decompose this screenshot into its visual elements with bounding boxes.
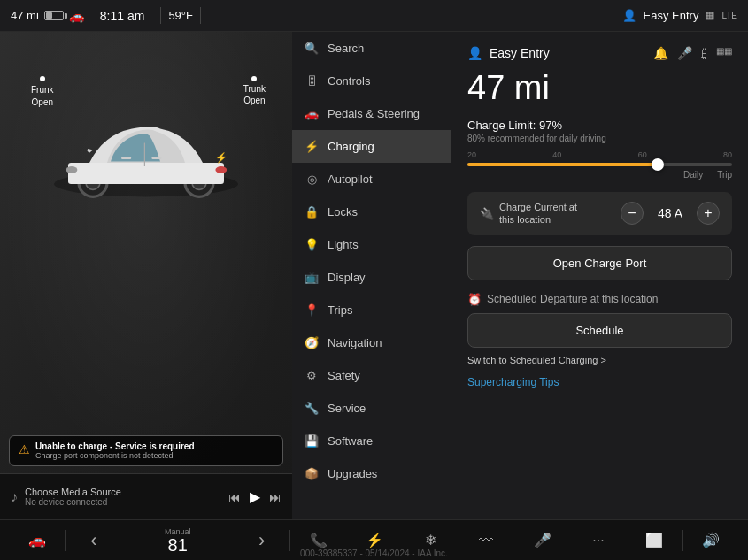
search-icon: 🔍 [305,42,319,55]
menu-label-locks: Locks [328,205,358,219]
menu-item-safety[interactable]: ⚙ Safety [292,359,451,392]
taskbar-gear-display: Manual 81 [121,527,233,554]
slider-thumb[interactable] [652,158,664,171]
slider-label-daily: Daily [683,170,703,180]
voice-icon: 🎤 [534,532,551,548]
supercharging-tips-link[interactable]: Supercharging Tips [467,376,732,388]
status-right: 👤 Easy Entry ▦ LTE [622,9,737,22]
menu-item-search[interactable]: 🔍 Search [292,32,451,65]
bluetooth-icon: ⚡ [366,532,383,548]
slider-fill [467,163,658,166]
charge-current-row: 🔌 Charge Current at this location − 48 A… [467,192,732,235]
taskbar-wiper-button[interactable]: 〰 [459,520,514,560]
more-icon: ··· [592,533,604,548]
switch-charging-link[interactable]: Switch to Scheduled Charging > [467,355,732,365]
warning-banner: ⚠ Unable to charge - Service is required… [9,435,283,466]
media-source: Choose Media Source [25,487,221,497]
play-button[interactable]: ▶ [250,488,260,505]
menu-item-charging[interactable]: ⚡ Charging [292,130,451,163]
menu-item-locks[interactable]: 🔒 Locks [292,196,451,228]
charge-current-value: 48 A [652,206,688,220]
svg-point-11 [215,166,227,173]
charging-icon: ⚡ [305,140,319,153]
slider-mark-40: 40 [552,150,561,159]
gear-label: Manual [165,527,191,536]
warning-icon: ⚠ [19,442,30,456]
taskbar-volume-button[interactable]: 🔊 [683,520,739,560]
clock-icon: ⏰ [467,293,482,306]
charging-panel: 👤 Easy Entry 🔔 🎤 ₿ ▦▦ 47 mi Charge Limit… [451,32,748,519]
bell-icon[interactable]: 🔔 [653,46,668,60]
charge-limit-section: Charge Limit: 97% 80% recommended for da… [467,119,732,180]
status-time: 8:11 am [100,9,145,23]
slider-label-trip: Trip [717,170,732,180]
software-icon: 💾 [305,434,319,448]
increment-current-button[interactable]: + [697,202,720,225]
wiper-icon: 〰 [479,533,493,548]
left-arrow-icon: ‹ [90,529,96,552]
mic-icon[interactable]: 🎤 [677,46,692,60]
right-arrow-icon: › [258,529,265,552]
charge-current-control: − 48 A + [621,202,720,225]
signal-header-icon: ▦▦ [716,46,732,60]
frunk-dot [40,76,45,81]
plug-icon: 🔌 [480,207,494,220]
charging-header-title: Easy Entry [490,46,646,60]
navigation-icon: 🧭 [305,336,319,349]
media-bar: ♪ Choose Media Source No device connecte… [0,473,292,519]
menu-item-controls[interactable]: 🎛 Controls [292,65,451,97]
slider-mark-60: 60 [638,150,647,159]
menu-item-lights[interactable]: 💡 Lights [292,228,451,261]
open-charge-port-button[interactable]: Open Charge Port [467,246,732,280]
charging-header-person-icon: 👤 [467,46,482,60]
slider-marks: 20 40 60 80 [467,150,732,159]
warning-subtitle: Charge port component is not detected [35,451,195,460]
taskbar-forward-arrow[interactable]: › [234,520,289,560]
bluetooth-header-icon[interactable]: ₿ [701,46,707,60]
taskbar-car-button[interactable]: 🚗 [9,520,65,560]
slider-track[interactable] [467,163,732,166]
taskbar-more-button[interactable]: ··· [570,520,626,560]
decrement-current-button[interactable]: − [621,202,644,225]
menu-item-pedals[interactable]: 🚗 Pedals & Steering [292,97,451,130]
trunk-label: Trunk Open [243,76,266,106]
charge-current-label-block: 🔌 Charge Current at this location [480,201,577,226]
charge-limit-slider[interactable]: 20 40 60 80 Daily Trip [467,150,732,180]
next-track-button[interactable]: ⏭ [269,490,281,504]
charge-limit-value: Charge Limit: 97% [467,119,732,132]
menu-item-autopilot[interactable]: ◎ Autopilot [292,163,451,196]
easy-entry-label: Easy Entry [644,9,699,22]
phone-icon: 📞 [310,532,328,548]
menu-item-upgrades[interactable]: 📦 Upgrades [292,457,451,490]
taskbar-voice-button[interactable]: 🎤 [514,520,570,560]
pedals-icon: 🚗 [305,107,319,120]
controls-icon: 🎛 [305,74,319,88]
menu-label-trips: Trips [328,303,352,317]
schedule-button[interactable]: Schedule [467,313,732,348]
menu-label-safety: Safety [328,369,360,382]
menu-item-navigation[interactable]: 🧭 Navigation [292,326,451,359]
prev-track-button[interactable]: ⏮ [228,490,241,504]
menu-item-service[interactable]: 🔧 Service [292,392,451,425]
scheduled-label-text: Scheduled Departure at this location [487,293,658,305]
slider-mark-20: 20 [467,150,476,159]
safety-icon: ⚙ [305,369,319,382]
status-temp: 59°F [160,7,201,24]
menu-label-lights: Lights [328,238,359,251]
svg-point-10 [66,166,78,173]
menu-item-software[interactable]: 💾 Software [292,425,451,457]
car-panel: Frunk Open Trunk Open [0,32,292,519]
frunk-label: Frunk Open [31,76,54,109]
locks-icon: 🔒 [305,205,319,219]
taskbar-back-arrow[interactable]: ‹ [66,520,121,560]
media-controls[interactable]: ⏮ ▶ ⏭ [228,488,281,505]
menu-item-trips[interactable]: 📍 Trips [292,294,451,326]
upgrades-icon: 📦 [305,467,319,480]
taskbar-camera-button[interactable]: ⬜ [627,520,682,560]
svg-text:⚡: ⚡ [215,151,227,164]
battery-fill [46,12,52,19]
range-large-display: 47 mi [467,71,732,104]
menu-item-display[interactable]: 📺 Display [292,261,451,294]
screen-bezel: 47 mi 🚗 8:11 am 59°F 👤 Easy Entry ▦ LTE … [0,0,748,560]
charge-current-text: Charge Current at this location [499,201,577,226]
